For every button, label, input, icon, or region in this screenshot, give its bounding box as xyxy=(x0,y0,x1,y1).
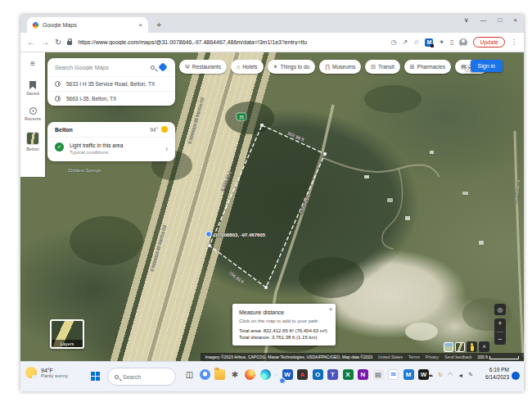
privacy-link[interactable]: Privacy xyxy=(426,355,439,359)
recents-label[interactable]: Recents xyxy=(25,116,41,121)
search-icon[interactable] xyxy=(151,65,155,70)
history-icon[interactable]: ◷ xyxy=(390,39,396,46)
onedrive-cloud-icon[interactable]: ☁ xyxy=(427,372,433,378)
map-attribution-bar: Imagery ©2023 Airbus, CAPCOG, Maxar Tech… xyxy=(201,353,524,361)
window-close-icon[interactable]: × xyxy=(513,16,517,24)
taskbar-search-box[interactable] xyxy=(107,368,176,386)
directions-icon[interactable] xyxy=(158,62,167,71)
road-label: Lampasas St xyxy=(512,179,521,204)
profile-avatar[interactable] xyxy=(459,38,467,47)
chip-museums[interactable]: ∏Museums xyxy=(319,60,361,74)
outlook-icon[interactable]: O xyxy=(313,369,323,380)
taskbar-apps: ◫ ✱ W A O T X N ▤ ✉ M W xyxy=(184,369,429,380)
onenote-icon[interactable]: N xyxy=(358,369,368,380)
reload-icon[interactable]: ↻ xyxy=(55,38,61,47)
window-menu-icon[interactable]: ∨ xyxy=(464,16,469,24)
notification-badge[interactable] xyxy=(512,372,520,380)
teams-chat-icon[interactable] xyxy=(200,369,210,380)
driveway-road xyxy=(322,157,440,177)
share-icon[interactable]: ↗ xyxy=(402,39,408,46)
sun-icon xyxy=(161,126,168,133)
wifi-icon[interactable]: ◠ xyxy=(448,372,453,378)
region-link[interactable]: United States xyxy=(378,355,403,359)
collapse-control-icon[interactable]: ˄ xyxy=(479,341,489,352)
zoom-out-button[interactable]: − xyxy=(498,336,502,343)
acrobat-icon[interactable]: A xyxy=(297,369,308,380)
menu-hamburger-icon[interactable]: ≡ xyxy=(30,60,35,68)
window-maximize-icon[interactable]: □ xyxy=(498,16,502,24)
settings-icon[interactable]: ✱ xyxy=(230,369,241,380)
back-icon[interactable]: ← xyxy=(27,38,35,47)
chevron-right-icon[interactable]: › xyxy=(165,145,168,153)
chip-things-to-do[interactable]: ✶Things to do xyxy=(268,60,316,74)
pen-icon[interactable]: ✎ xyxy=(468,372,473,378)
saved-bookmark-icon[interactable] xyxy=(29,81,36,89)
search-input[interactable] xyxy=(55,65,146,70)
excel-icon[interactable]: X xyxy=(343,369,354,380)
measure-total-area: Total area: 822,412.65 ft² (76,404.63 m²… xyxy=(239,328,329,333)
malwarebytes-icon[interactable]: M xyxy=(404,369,414,380)
chrome-icon-active[interactable] xyxy=(275,373,277,376)
calculator-icon[interactable]: ▤ xyxy=(373,369,384,380)
forward-icon[interactable]: → xyxy=(41,38,49,47)
browser-menu-icon[interactable]: ⋮ xyxy=(511,39,517,46)
taskbar-search-input[interactable] xyxy=(123,374,169,380)
search-suggestion[interactable]: 5633 I H 35 Service Road, Belton, TX xyxy=(47,76,175,91)
file-explorer-icon[interactable] xyxy=(214,369,225,380)
chip-pharmacies[interactable]: ⊞Pharmacies xyxy=(404,60,451,74)
saved-label[interactable]: Saved xyxy=(26,91,39,96)
search-suggestion[interactable]: 5663 I-35, Belton, TX xyxy=(47,91,175,106)
traffic-status-row[interactable]: ✓ Light traffic in this area Typical con… xyxy=(47,137,175,161)
taskbar-weather-widget[interactable]: 94°F Partly sunny xyxy=(25,367,68,378)
my-location-button[interactable]: ◎ xyxy=(494,304,506,315)
extensions-puzzle-icon[interactable]: ✦ xyxy=(439,39,444,46)
bookmark-star-icon[interactable]: ☆ xyxy=(413,39,419,46)
imagery-thumbnail[interactable] xyxy=(444,342,453,352)
polygon-vertex-handle[interactable] xyxy=(264,286,268,289)
chip-transit[interactable]: ⊟Transit xyxy=(365,60,400,74)
recents-clock-icon[interactable] xyxy=(29,107,37,115)
system-tray: ∧ ☁ ↻ ◠ ◄ ✎ xyxy=(418,372,473,378)
lock-icon[interactable] xyxy=(67,41,72,45)
popup-close-icon[interactable]: × xyxy=(329,306,332,312)
zoom-divider xyxy=(497,332,503,332)
feedback-link[interactable]: Send feedback xyxy=(444,355,471,359)
belton-map-thumbnail[interactable] xyxy=(26,132,39,145)
new-tab-button[interactable]: + xyxy=(156,20,161,33)
imagery-thumbnail[interactable] xyxy=(455,342,465,352)
volume-icon[interactable]: ◄ xyxy=(458,373,463,378)
browser-toolbar: ← → ↻ https://www.google.com/maps/@31.00… xyxy=(20,33,524,52)
belton-label[interactable]: Belton xyxy=(26,147,39,151)
hidden-icons-chevron[interactable]: ∧ xyxy=(418,372,422,378)
teams-icon[interactable]: T xyxy=(327,369,338,380)
tab-close-icon[interactable]: × xyxy=(138,21,142,29)
url-bar[interactable]: https://www.google.com/maps/@31.0078646,… xyxy=(78,39,307,45)
firefox-icon[interactable] xyxy=(245,369,255,380)
edge-icon[interactable] xyxy=(260,369,271,380)
taskbar-clock[interactable]: 6:19 PM 6/14/2023 xyxy=(485,366,509,381)
scale-bar: 200 ft xyxy=(477,355,519,359)
tab-google-maps[interactable]: Google Maps × xyxy=(27,17,148,33)
map-canvas[interactable]: 502.98 ft 1,502.05 ft 756.30 ft 1,000.05… xyxy=(20,52,524,361)
window-minimize-icon[interactable]: — xyxy=(480,16,486,24)
pegman-streetview-button[interactable] xyxy=(467,341,477,352)
update-button[interactable]: Update xyxy=(473,37,505,47)
polygon-vertex-handle[interactable] xyxy=(323,152,327,156)
chip-restaurants[interactable]: ΨRestaurants xyxy=(179,60,227,74)
chip-hotels[interactable]: ⌂Hotels xyxy=(231,60,264,74)
dropped-pin-marker[interactable] xyxy=(206,232,212,237)
mail-icon[interactable]: ✉ xyxy=(388,369,399,380)
zoom-in-button[interactable]: + xyxy=(498,320,502,327)
terms-link[interactable]: Terms xyxy=(408,355,420,359)
sync-icon[interactable]: ↻ xyxy=(438,372,443,378)
polygon-vertex-handle[interactable] xyxy=(208,244,211,247)
measured-parcel-polygon[interactable] xyxy=(210,125,325,287)
task-view-icon[interactable]: ◫ xyxy=(184,369,195,380)
layers-button[interactable]: Layers xyxy=(50,319,84,349)
polygon-vertex-handle[interactable] xyxy=(260,124,264,127)
malwarebytes-extension-icon[interactable]: M xyxy=(425,38,433,47)
start-button[interactable] xyxy=(91,372,100,381)
side-panel-icon[interactable]: ▯ xyxy=(450,39,453,46)
sign-in-button[interactable]: Sign in xyxy=(471,60,503,72)
clock-time: 6:19 PM xyxy=(485,366,509,373)
